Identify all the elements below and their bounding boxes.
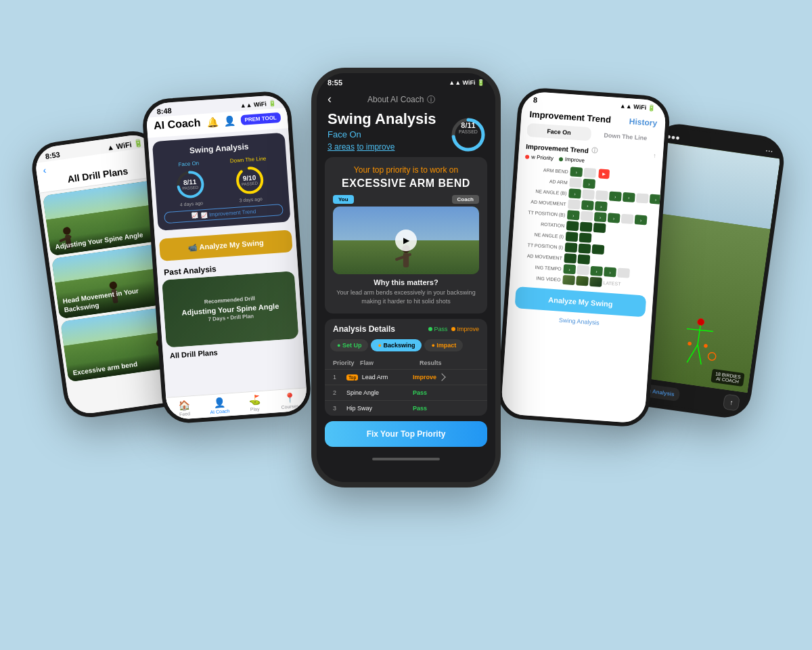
share-button[interactable]: ↑ (723, 393, 740, 411)
trend-info-icon: ⓘ (591, 146, 597, 156)
nav-courses[interactable]: 📍 Courses (271, 391, 308, 410)
priority-main-text: EXCESSIVE ARM BEND (333, 177, 479, 190)
analysis-table-header: Priority Flaw Results (325, 357, 487, 370)
priority-indicator: ▲ (598, 169, 610, 179)
home-indicator (372, 458, 440, 460)
phone2-content: 8:48 ▲▲ WiFi 🔋 AI Coach 🔔 👤 PREM TOOL S (145, 94, 308, 420)
phone3-score-sub: PASSED (449, 129, 487, 134)
svg-point-23 (704, 344, 708, 348)
areas-suffix: to improve (357, 142, 394, 152)
analysis-row-1[interactable]: 1 Top Lead Arm Improve (325, 370, 487, 385)
row1-chevron (438, 374, 445, 381)
analysis-row-3[interactable]: 3 Hip Sway Pass (325, 401, 487, 416)
improve-badge: Improve (451, 326, 479, 332)
row3-num: 3 (333, 405, 346, 412)
swing-analysis-title: Swing Analysis (159, 139, 279, 157)
video-thumb-3[interactable] (589, 277, 602, 287)
priority-legend-dot (525, 154, 529, 158)
svg-point-22 (687, 341, 692, 345)
latest-label: LATEST (603, 280, 621, 286)
drill-meta: 7 Days • Drill Plan (208, 313, 254, 323)
analysis-tabs: ● Set Up ● Backswing ● Impact (325, 339, 487, 357)
areas-count: 3 areas (328, 142, 355, 152)
nav-coach-label: AI Coach (210, 408, 229, 414)
you-label: You (333, 195, 354, 204)
fix-priority-button[interactable]: Fix Your Top Priority (325, 421, 487, 447)
recommended-drill-title: Recommended Drill Adjusting Your Spine A… (181, 293, 279, 326)
ai-coach-icon: 👤 (213, 397, 225, 408)
analysis-row-2[interactable]: 2 Spine Angle Pass (325, 385, 487, 401)
tab-setup[interactable]: ● Set Up (330, 339, 368, 351)
svg-line-17 (698, 325, 700, 345)
video-thumb-2[interactable] (576, 276, 589, 286)
row1-flaw: Top Lead Arm (346, 374, 413, 381)
row3-result: Pass (413, 405, 427, 412)
row2-flaw: Spine Angle (346, 389, 413, 396)
backswing-dot: ● (378, 342, 383, 349)
phone4-time: 8 (533, 95, 538, 104)
premium-badge[interactable]: PREM TOOL (240, 112, 281, 125)
nav-feed-label: Feed (179, 411, 190, 416)
top-priority-highlight: top priority (372, 165, 412, 175)
share-icon[interactable]: ↑ (653, 152, 656, 158)
improve-legend-label: Improve (565, 156, 585, 164)
impact-dot: ● (431, 342, 436, 349)
trend-grid: ARM BEND › ▲ AD ARM › (516, 164, 655, 290)
nav-play[interactable]: ⛳ Play (236, 393, 273, 413)
phone3-nav-title: About AI Coach (367, 95, 424, 104)
phone2-nav: 🏠 Feed 👤 AI Coach ⛳ Play 📍 Courses (166, 387, 308, 420)
priority-box: Your top priority is to work on EXCESSIV… (325, 157, 487, 313)
history-button[interactable]: History (629, 116, 657, 128)
phone4-content: 8 ▲▲ WiFi 🔋 Improvement Trend History Fa… (501, 91, 667, 424)
phone3-nav-bar: ‹ About AI Coach ⓘ (317, 88, 495, 110)
svg-line-20 (687, 343, 698, 364)
video-thumb-1[interactable] (562, 275, 575, 285)
recommended-drill-card[interactable]: Recommended Drill Adjusting Your Spine A… (162, 271, 298, 347)
row2-result: Pass (413, 389, 427, 396)
analyze-swing-button[interactable]: 📹 Analyze My Swing (159, 230, 293, 261)
tab-backswing[interactable]: ● Backswing (371, 339, 422, 351)
chart-icon: 📈 (191, 213, 199, 219)
analysis-title: Analysis Details (333, 324, 395, 334)
improve-legend-dot (559, 157, 563, 161)
phone-swing-analysis-center: 8:55 ▲▲ WiFi 🔋 ‹ About AI Coach ⓘ Swing … (311, 68, 501, 488)
courses-icon: 📍 (284, 391, 296, 403)
improve-dot (451, 327, 455, 331)
cell-arm1: › (570, 167, 583, 177)
nav-courses-label: Courses (281, 404, 299, 410)
down-line-label: Down The Line (230, 156, 267, 165)
nav-ai-coach[interactable]: 👤 AI Coach (201, 396, 238, 416)
video-thumbnail[interactable]: ▶ (333, 207, 479, 274)
nav-play-label: Play (250, 406, 260, 412)
play-button[interactable]: ▶ (395, 230, 417, 251)
share-icon: ↑ (729, 399, 734, 407)
trend-grid-section: Improvement Trend ⓘ ↑ w Priority Improve (510, 142, 663, 290)
down-line-circle: Down The Line 9/10 PASSED 3 days ago (230, 156, 269, 204)
face-on-label: Face On (174, 160, 204, 168)
svg-rect-16 (697, 318, 704, 326)
nav-feed[interactable]: 🏠 Feed (166, 398, 203, 418)
phone5-dots: ··· (765, 144, 774, 156)
phone3-content: 8:55 ▲▲ WiFi 🔋 ‹ About AI Coach ⓘ Swing … (317, 73, 495, 482)
info-icon[interactable]: ⓘ (427, 95, 435, 104)
phones-container: 8:53 ▲ WiFi 🔋 ‹ All Drill Plans (34, 54, 778, 596)
phone2-title: AI Coach (154, 116, 201, 132)
bell-icon[interactable]: 🔔 (206, 116, 219, 127)
phone4-title: Improvement Trend (529, 109, 611, 125)
person-icon[interactable]: 👤 (223, 115, 235, 127)
svg-point-0 (62, 227, 71, 236)
priority-text: Your top priority is to work on (333, 165, 479, 175)
face-on-days: 4 days ago (177, 200, 206, 207)
coach-label: Coach (452, 195, 479, 204)
tab-impact[interactable]: ● Impact (424, 339, 463, 351)
down-line-days: 3 days ago (233, 196, 269, 203)
priority-legend-label: w Priority (531, 154, 554, 161)
top-badge: Top (346, 374, 358, 381)
phone4-analyze-button[interactable]: Analyze My Swing (515, 286, 647, 317)
why-matters-title: Why this matters? (333, 278, 479, 286)
phone3-score: 8/11 (449, 121, 487, 129)
phone2-time: 8:48 (156, 106, 172, 116)
row1-result: Improve (413, 374, 436, 381)
row1-num: 1 (333, 374, 346, 381)
phone3-back-button[interactable]: ‹ (328, 92, 332, 106)
